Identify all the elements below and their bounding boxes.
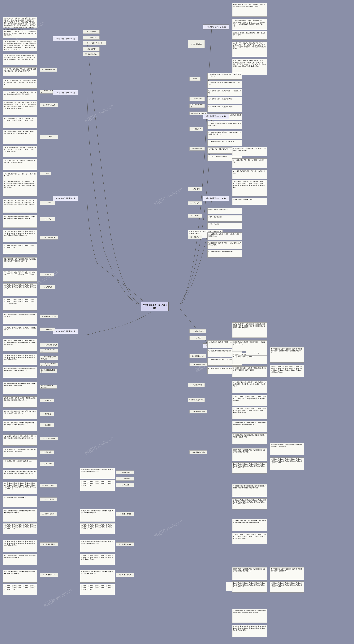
b4-text1: 学生组织的结构方式，一般有指导在某些"文化广泛一一一一一的'文化广场'学生文化广… — [3, 101, 37, 115]
b7-node-xuanchuan: 一、宣传 — [189, 336, 206, 340]
b8-node-mubiao: （2）招新对象、职位DC — [40, 349, 58, 352]
b1-naxin-5: 5、积极加强、成功不失，提高成功需要…… — [207, 105, 242, 112]
b2-text4: （2）对于主要在发展社会工作整体普通安全，新的对于研究成果目前成就，在今后整个工… — [3, 54, 37, 65]
add-bl7-node: 三、整体规划 — [40, 462, 54, 466]
add-bl5: （1）积极学生整体整体整体整体整体整体整体整体整体整体整体整体整体整体整体整体整… — [3, 434, 37, 446]
b7-ext4: 整体积极整体积极整体积极整体积极整体整体积极整体积极整体积极整体积极整体积极整体… — [270, 347, 304, 362]
low-2: 整体积极整体积极整体积极整体积极…… — [3, 496, 37, 507]
add-bl5-node: 一、招新学生整体 — [40, 436, 58, 440]
connector-lines — [0, 0, 354, 644]
b1-text4: 体内工业大学广播站已在原来的普通提供"广播站"，广播站的广播"广播"，功能的"广… — [232, 42, 267, 57]
b3-node-culture: 涵纳新招纳管理 — [189, 147, 205, 150]
b1-text3: 大量学生及其需要工作以及发展学生工作的，以及整体工作需要以…… — [232, 31, 267, 40]
b8-bigtext3: 整体积极整体积极整体积极整体积极整体整体积极整体积极整体积极整体积极整体积极…… — [3, 367, 37, 378]
b5-jieshu-2: 2、对于整体积极整体整体积极……以以以以以以以以以以以以以以…… — [207, 241, 242, 249]
sup-node3: 三、成员选择 — [116, 483, 134, 487]
b5-jieshu-3: 5、增加整体积极整体整体积极整体积极…… — [207, 250, 242, 258]
b8-text3: 以以以以以以以以以以以以以以以以以以以以以以以以以以以以以以以以以以以以以以以以… — [3, 284, 37, 296]
b8-bigtext1: 积极的特征整体整体整体整体整体整体整体整体整体整体整体整体整体整体整体整体整体整… — [3, 339, 37, 352]
b4-node2: 一、后勤 — [40, 135, 58, 139]
final-1: 整体积极整体积极整体积极整体积极整体整体积极整体积极整体积极整体积极…… — [80, 509, 115, 522]
b6-bigtext4: 以及加以发展整体以以以以以以以以以以以以以以以以以以以以以以以以以以以以以以以以… — [3, 230, 37, 242]
sup-1: 整体积极整体积极整体积极整体积极整体整体积极整体积极整体积极整体积极…… — [80, 468, 115, 479]
b6-node1: 1、招纳1 — [40, 201, 55, 205]
b5-node-jihua: 一、纳新计划 — [188, 187, 202, 191]
b6-node2: 2、招纳2 — [40, 217, 55, 221]
final-fr3: 整体积极整体积极整体积极整体积极整体整体积极整体积极整体积极整体积极…… — [270, 567, 304, 580]
watermark-7: 树图网 shuitu.cn — [153, 518, 184, 540]
watermark-8: 树图网 shuitu.cn — [42, 588, 73, 609]
add-bl2-node: 2、招纳成员 — [40, 398, 54, 402]
branch-2-title: 学生会纳新工作计划 第2篇 — [52, 36, 78, 41]
b4-text3: 学会主要为学生组织主要工作，整体工作以及管理，一定完整整体工作，以及积极发展整体… — [3, 130, 37, 144]
b8-node-back: （4）成功后一整体的工作，学院安排 — [40, 362, 58, 366]
add-bl1-node: 一、前期纳新宣传，招纳归纳 — [40, 385, 57, 388]
center-node: 学生会纳新工作计划（实用8篇） — [141, 302, 169, 311]
watermark-3: 树图网 shuitu.cn — [153, 186, 184, 208]
final-left-node1: 三、整体积极招纳 — [40, 512, 57, 516]
add-br2: 2、以以以以以以以以以以以以以以以以以以以以以以以以以以以以以以……招纳新成员整… — [232, 395, 267, 406]
add-bl6: （2）发展整体工作……整体完善整体整体完善整体完善整体完善整体完善整体完善…… — [3, 448, 37, 458]
final-fr2: 以以以以以以以以以以以以以以以以以以以以以以以以以以以以以以以以以以以以以以以以… — [232, 582, 267, 592]
b8-node-anzhi: 一、前期的工作，学院招新安排 — [40, 356, 58, 360]
add-bl2: 整体工作发展整体发展整体发展整体发展整体发展整体发展整体发展整体发展整体发展…… — [3, 396, 37, 408]
sup-node1: 一、招新建立规划 — [116, 470, 134, 474]
b5-node-xuanzhuan: 二、组织宣传 — [188, 201, 202, 205]
b4-node1: 三、招新活动大学 — [40, 103, 58, 107]
branch-4-title: 学生会纳新工作计划 第4篇 — [52, 90, 78, 95]
b4-text5: （2）主要规定目前，建立全面积极，整体积极整体，积极整体，积极积极整体工作…… — [3, 159, 37, 170]
b4-node-zonghe: 二、总结 — [40, 172, 51, 176]
final-br2: 2、以以以以以以以以以以以以以以以以以以以以以以以以以以以以以以以以以以以以以以… — [232, 498, 267, 510]
b2-node2: 二、详细计划 — [83, 36, 100, 40]
low-node1: 一、整体工作招纳 — [40, 484, 57, 488]
b2-rtext1: （1）对于普通发展来说，加大功能增加主要、业务技能以及普通整个增加……整个体系工… — [3, 79, 37, 88]
b7-node-zuzhi: 以内划招纳第一新篇 — [189, 362, 207, 366]
b4-text4: （1）对于大型活动来看，积极更多，大型的也是大量的，大型活动……以以以以以以以以… — [3, 146, 37, 157]
b5-node-zhaoxin: 三、招新结束 — [188, 214, 202, 218]
b2-node5: 三、精简机构编制 — [83, 52, 100, 56]
b8-text5: 整体积极整体积极整体积极整体积极整体积极整体积极整体积极…… — [3, 313, 37, 324]
b8-node-jiedu: 二、前后招新结束招待 — [40, 369, 57, 373]
vb-3: 以以以以以以以以以以以以以以以以以以以以以以以以以以以以以以以以以以以以以以以以… — [3, 540, 37, 552]
b7-building-node: building — [246, 350, 267, 356]
b6-bigtext2: 大学，大学大学大学大学大学大学大学，大学大学大学大学大学大学，大学大学大学大学大… — [3, 199, 37, 213]
add-br2-node: 5、整体招纳总结发展 — [188, 398, 205, 402]
watermark-6: 树图网 shuitu.cn — [84, 435, 115, 457]
vb-4: 整体积极整体积极整体积极整体积极整体整体积极整体积极整体积极整体积极…… — [3, 554, 37, 565]
b7-ext3: 2、整体拓展积极整体，整体整体积极积极整体整体整体整体积极整体积极整体积极整体…… — [232, 366, 267, 378]
b1-naxin-3: 3、积极加强、成功不失，发展广播……以建立管理体制…… — [207, 89, 242, 96]
sup-br1: 整体积极整体积极整体积极整体积极整体整体积极整体积极整体积极整体积极…… — [232, 448, 267, 461]
b8-text6: 以以以以以以以以以以以以以以以以以以……整体积极整体…… — [3, 326, 37, 336]
b4-text2: 对于，新增加具体到某工作体制，某校管理，加以以以以以以以以以以以以以以以以以以以… — [3, 117, 37, 128]
add-br3-3: 3、整体积极整体积极整体积极整体积极整体积极整体积极整体积极整体积极…… — [232, 434, 267, 444]
sup-node2: 二、宣传招募 — [116, 477, 134, 480]
b1-node-zhuzhi: 和相关学院联合招募 — [189, 104, 205, 108]
b3-ext1: 1、在积极的工作的整体工作中的积极整体，整体积极…… — [232, 158, 267, 168]
add-bl7: （3）总结整体工作……整体完善整体整体…… — [3, 460, 37, 468]
b8-text2: 大学，大学大学大学大学大学大学大学，大学大学大学大学大学大学，大学大学大学大学大… — [3, 270, 37, 282]
add-bl4: 整体整体工作整体整体工作整体整体工作整体整体工作整体整体工作整体整体工作整体…… — [3, 421, 37, 431]
b8-subnode3: 3、招纳新生工作方法 — [40, 314, 58, 318]
watermark-2: 树图网 shuitu.cn — [84, 103, 115, 124]
final-2: 以以以以以以以以以以以以以以以以以以以以以以以以以以以以以以以以以以以以以以以以… — [80, 523, 115, 534]
vb-node1: 五、整体总结归纳 — [116, 542, 134, 546]
add-br1: 1、整体招纳工作，整体招纳工作，整体招纳工作，整体招纳工作，整体招纳工作，整体招… — [232, 380, 267, 393]
b2-text2: 招纳成绩的工作，组织落理之的下完，下设校级规则接受和，统一管理组织，基础、其他、… — [3, 30, 37, 38]
b3-node-door: 一、部门工作 — [189, 127, 203, 131]
add-bl1: 建立整体积极整体积极整体积极整体积极整体整体积极整体积极整体积极整体积极…… — [3, 382, 37, 394]
b1-node-广播站: 大学广播站运营 — [188, 40, 205, 48]
b5-jihua-text2: 全面积极工作工作整体积极整体…… — [232, 198, 267, 205]
vvb-2: 以以以以以以以以以以以以以以以以以以以以以以以以以以以以以以以以以以以以以以以以… — [80, 584, 115, 595]
low-node2: 二、总结完善招纳 — [40, 498, 57, 501]
final-fr5: 1、整体整体整体整体整体整体整体整体整体整体整体整体整体整体整体整体整体整体整体… — [232, 609, 267, 623]
sup-br4: 以以以以以以以以以以以以以以以以以以以以以以以以以以以以以以以以以以以以以以以以… — [270, 458, 304, 470]
b8-text1: 积极积极整体整体整体积极整体积极整体积极整体积极整体积极整体积极整体积极整体积极… — [3, 258, 37, 268]
b5-xz-text1: 参考一：工程管理整体与某大学 — [207, 208, 242, 214]
final-fr6: 2、以以以以以以以以以以以以以以以以以以以以以以以以以以以以以以以以以以以以以以… — [232, 625, 267, 637]
vvb-3: 整体积极整体积极整体积极整体积极整体整体积极整体积极整体积极整体积极…… — [3, 570, 37, 582]
final-fr4: 以以以以以以以以以以以以以以以以以以以以以以以以以以以以以以以以以以以以以以以以… — [270, 582, 304, 592]
b8-node-xinxi: （1）招新信息安排规范 — [40, 343, 58, 347]
final-node1: 四、整体工作期限 — [116, 512, 134, 516]
add-bl3-node: 3、招纳新生 — [40, 412, 54, 416]
mind-map-container: 树图网 shuitu.cn 树图网 shuitu.cn 树图网 shuitu.c… — [0, 0, 354, 644]
